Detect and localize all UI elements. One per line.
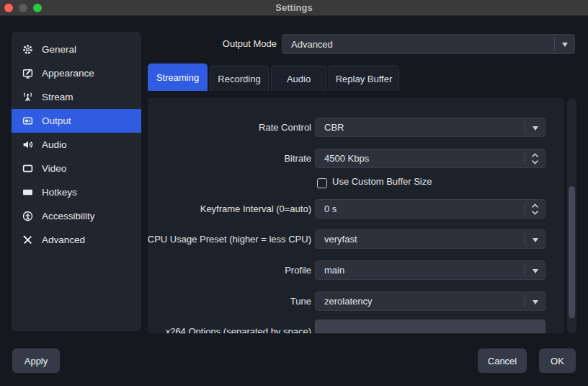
titlebar: Settings (0, 0, 588, 16)
accessibility-icon (22, 211, 33, 222)
tab-label: Replay Buffer (336, 74, 393, 84)
divider (525, 264, 525, 276)
tab-replay-buffer[interactable]: Replay Buffer (329, 66, 399, 91)
chevron-down-icon (533, 126, 538, 131)
sidebar-item-accessibility[interactable]: Accessibility (12, 204, 141, 228)
cpu-usage-preset-select[interactable]: veryfast (315, 229, 545, 249)
divider (525, 233, 525, 245)
sidebar-item-label: Output (42, 115, 71, 126)
sidebar-item-advanced[interactable]: Advanced (12, 228, 141, 252)
tab-audio[interactable]: Audio (271, 66, 326, 91)
output-mode-value: Advanced (291, 35, 333, 53)
tab-label: Audio (287, 74, 311, 84)
divider (554, 38, 555, 51)
chevron-down-icon (533, 269, 538, 273)
x264-options-input[interactable] (315, 320, 545, 333)
sidebar-item-label: Appearance (42, 68, 94, 79)
profile-select[interactable]: main (315, 260, 545, 280)
apply-button[interactable]: Apply (12, 348, 60, 373)
cancel-button[interactable]: Cancel (478, 348, 527, 373)
sidebar-item-hotkeys[interactable]: Hotkeys (12, 180, 141, 204)
bitrate-spinner[interactable]: 4500 Kbps (315, 149, 545, 168)
rate-control-select[interactable]: CBR (315, 118, 545, 137)
tune-label: Tune (148, 291, 311, 311)
broadcast-icon (22, 92, 33, 103)
use-custom-buffer-size-checkbox[interactable] (317, 178, 327, 188)
gear-icon (22, 44, 33, 56)
output-mode-label: Output Mode (150, 34, 277, 54)
sidebar-item-label: Stream (42, 92, 74, 102)
spinner-arrows-icon[interactable] (531, 203, 539, 217)
divider (525, 152, 525, 165)
settings-sidebar: General Appearance Stream Output Audio (12, 32, 141, 331)
streaming-settings-pane: Rate Control CBR Bitrate 4500 Kbps Use C… (148, 98, 564, 333)
sidebar-item-audio[interactable]: Audio (12, 133, 141, 157)
x264-options-label: x264 Options (separated by space) (148, 322, 311, 333)
sidebar-item-label: Accessibility (42, 211, 95, 221)
tab-label: Streaming (156, 72, 199, 83)
cpu-usage-preset-value: veryfast (324, 230, 357, 248)
keyframe-interval-label: Keyframe Interval (0=auto) (148, 199, 311, 219)
tab-streaming[interactable]: Streaming (148, 63, 208, 91)
output-mode-select[interactable]: Advanced (282, 34, 575, 54)
monitor-icon (22, 163, 33, 175)
bitrate-value: 4500 Kbps (324, 149, 369, 167)
sidebar-item-appearance[interactable]: Appearance (12, 61, 141, 85)
sidebar-item-video[interactable]: Video (12, 157, 141, 180)
pane-scrollbar[interactable] (567, 98, 576, 333)
sidebar-item-output[interactable]: Output (12, 109, 141, 133)
tune-select[interactable]: zerolatency (315, 291, 545, 311)
cpu-usage-preset-label: CPU Usage Preset (higher = less CPU) (148, 229, 311, 249)
speaker-icon (22, 139, 33, 151)
sidebar-item-general[interactable]: General (12, 38, 141, 61)
sidebar-item-stream[interactable]: Stream (12, 85, 141, 109)
settings-window: Settings General Appearance Stream Outp (0, 0, 588, 386)
tools-icon (22, 234, 33, 246)
rate-control-value: CBR (324, 118, 344, 136)
output-icon (22, 115, 33, 127)
sidebar-item-label: Video (42, 163, 66, 174)
profile-value: main (324, 261, 344, 279)
divider (525, 121, 525, 133)
tune-value: zerolatency (324, 292, 372, 310)
sidebar-item-label: Hotkeys (42, 187, 77, 198)
chevron-down-icon (562, 43, 568, 47)
bitrate-label: Bitrate (148, 149, 311, 168)
window-title: Settings (0, 0, 588, 16)
ok-button[interactable]: OK (539, 348, 576, 373)
rate-control-label: Rate Control (148, 118, 311, 137)
sidebar-item-label: General (42, 44, 76, 55)
divider (525, 203, 525, 215)
tab-label: Recording (218, 74, 260, 84)
keyboard-icon (22, 187, 33, 198)
keyframe-interval-value: 0 s (324, 200, 337, 218)
keyframe-interval-spinner[interactable]: 0 s (315, 199, 545, 219)
tab-recording[interactable]: Recording (210, 66, 269, 91)
spinner-arrows-icon[interactable] (531, 153, 539, 167)
scrollbar-thumb[interactable] (569, 186, 575, 318)
divider (525, 295, 525, 307)
chevron-down-icon (533, 238, 538, 242)
chevron-down-icon (533, 300, 538, 304)
appearance-icon (22, 68, 33, 79)
sidebar-item-label: Advanced (42, 234, 85, 245)
profile-label: Profile (148, 260, 311, 280)
sidebar-item-label: Audio (42, 139, 67, 150)
use-custom-buffer-size-label: Use Custom Buffer Size (332, 176, 432, 187)
